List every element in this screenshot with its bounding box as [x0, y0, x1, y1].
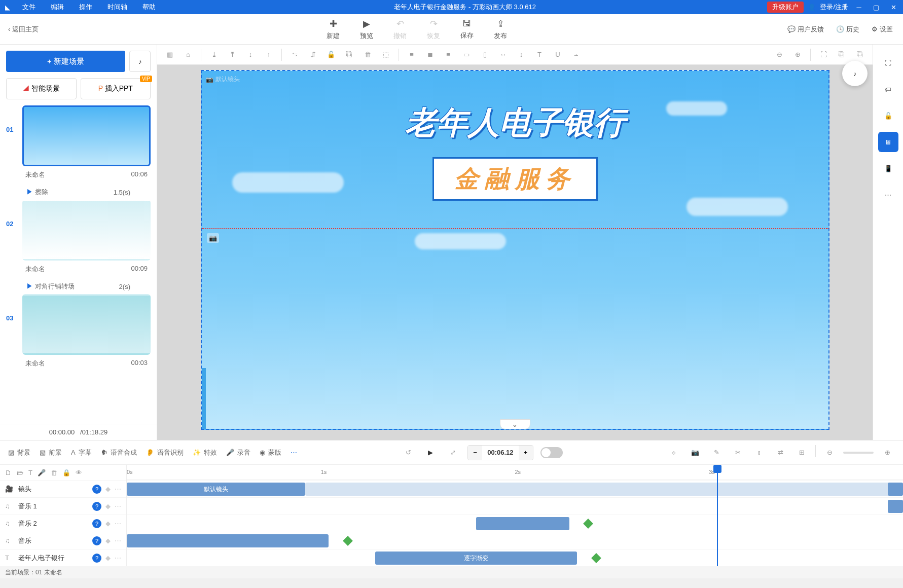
time-plus[interactable]: + — [519, 446, 533, 460]
track-music1[interactable] — [127, 497, 903, 514]
link-feedback[interactable]: 💬 用户反馈 — [787, 25, 824, 34]
add-track-icon[interactable]: 🗋 — [5, 469, 12, 476]
text-align-icon[interactable]: T — [532, 47, 547, 62]
track-text[interactable]: 逐字渐变 — [127, 549, 903, 566]
bg-button[interactable]: ▨ 背景 — [8, 448, 30, 457]
align-left-icon[interactable]: ≡ — [404, 47, 419, 62]
scene-thumbnail[interactable] — [22, 294, 151, 355]
align-top-icon[interactable]: ⤒ — [225, 47, 240, 62]
import-ppt-button[interactable]: P 插入PPTVIP — [81, 78, 151, 99]
menu-edit[interactable]: 编辑 — [44, 0, 71, 14]
copy-icon[interactable]: ⿻ — [342, 47, 357, 62]
zoom-in-icon[interactable]: ⊕ — [790, 47, 805, 62]
scene-thumbnail[interactable] — [22, 200, 151, 261]
paste-page-icon[interactable]: ⿻ — [852, 47, 868, 62]
float-music-button[interactable]: ♪ — [842, 61, 868, 86]
more-dots[interactable]: ⋯ — [115, 485, 121, 493]
asr-button[interactable]: 👂 语音识别 — [146, 448, 184, 457]
scene-item[interactable]: 01未命名00:06 — [6, 105, 151, 181]
track-header[interactable]: ♫音乐 1?◆⋯ — [0, 497, 126, 514]
more-icon[interactable]: ⋯ — [878, 185, 898, 205]
keyframe-dot[interactable]: ◆ — [105, 502, 111, 510]
minimize-button[interactable]: ─ — [852, 1, 865, 14]
align-bottom-icon[interactable]: ⤓ — [206, 47, 222, 62]
transition-item[interactable]: ▶ 对角行铺转场2(s) — [6, 279, 151, 294]
canvas-title-2-box[interactable]: 金融服务 — [432, 157, 598, 201]
play-icon[interactable]: ▶ — [423, 445, 438, 460]
track-header[interactable]: ♫音乐?◆⋯ — [0, 532, 126, 549]
more-dots[interactable]: ⋯ — [115, 502, 121, 510]
mobile-view-icon[interactable]: 📱 — [878, 158, 898, 178]
scene-item[interactable]: 03未命名00:03 — [6, 294, 151, 370]
more-button[interactable]: ⋯ — [291, 449, 297, 456]
folder-icon[interactable]: 🗁 — [17, 469, 23, 476]
fit-icon[interactable]: ⛶ — [816, 47, 831, 62]
canvas-title-1[interactable]: 老年人电子银行 — [405, 101, 625, 144]
track-header[interactable]: 🎥镜头?◆⋯ — [0, 480, 126, 497]
link-settings[interactable]: ⚙ 设置 — [872, 25, 893, 34]
canvas[interactable]: 📷 默认镜头 老年人电子银行 金融服务 📷 — [201, 70, 829, 430]
cut-icon[interactable]: ✂ — [730, 445, 745, 460]
tag-icon[interactable]: 🏷 — [878, 79, 898, 99]
action-publish[interactable]: ⇪发布 — [494, 18, 507, 41]
smart-scene-button[interactable]: ◢ 智能场景 — [6, 78, 77, 99]
copy-page-icon[interactable]: ⿻ — [834, 47, 849, 62]
more-dots[interactable]: ⋯ — [115, 520, 121, 527]
collapse-canvas-button[interactable]: ⌄ — [500, 419, 530, 429]
scene-item[interactable]: 02未命名00:09 — [6, 200, 151, 276]
keyframe-dot[interactable]: ◆ — [105, 554, 111, 562]
menu-action[interactable]: 操作 — [72, 0, 99, 14]
back-to-home[interactable]: ‹ 返回主页 — [0, 25, 47, 34]
action-plus[interactable]: ✚新建 — [327, 18, 340, 41]
focus-mode-icon[interactable]: ⛶ — [878, 53, 898, 73]
crop-icon[interactable]: ⬚ — [378, 47, 393, 62]
trash-track-icon[interactable]: 🗑 — [51, 469, 57, 476]
music-button[interactable]: ♪ — [129, 51, 151, 72]
desktop-view-icon[interactable]: 🖥 — [878, 132, 898, 152]
rewind-icon[interactable]: ↺ — [401, 445, 416, 460]
track-header[interactable]: T老年人电子银行?◆⋯ — [0, 549, 126, 566]
more-dots[interactable]: ⋯ — [115, 554, 121, 562]
zoom-in-tl-icon[interactable]: ⊕ — [880, 445, 895, 460]
keyframe-dot[interactable]: ◆ — [105, 537, 111, 544]
menu-file[interactable]: 文件 — [15, 0, 43, 14]
dist-v-icon[interactable]: ▯ — [477, 47, 492, 62]
time-minus[interactable]: − — [468, 446, 482, 460]
keyframe-dot[interactable]: ◆ — [105, 485, 111, 493]
eye-track-icon[interactable]: 👁 — [76, 469, 82, 476]
close-button[interactable]: ✕ — [887, 1, 900, 14]
more-dots[interactable]: ⋯ — [115, 537, 121, 544]
align-up-icon[interactable]: ↑ — [261, 47, 276, 62]
transition-item[interactable]: ▶ 擦除1.5(s) — [6, 185, 151, 200]
new-scene-button[interactable]: + 新建场景 — [6, 51, 125, 72]
menu-help[interactable]: 帮助 — [135, 0, 163, 14]
fg-button[interactable]: ▧ 前景 — [40, 448, 62, 457]
zoom-out-tl-icon[interactable]: ⊖ — [822, 445, 837, 460]
zoom-out-icon[interactable]: ⊖ — [772, 47, 787, 62]
help-icon[interactable]: ? — [92, 519, 101, 528]
action-save[interactable]: 🖫保存 — [460, 18, 474, 41]
upgrade-button[interactable]: 升级账户 — [767, 2, 804, 13]
lock-track-icon[interactable]: 🔒 — [62, 469, 70, 476]
fx-button[interactable]: ✨ 特效 — [193, 448, 217, 457]
link-icon[interactable]: ⇄ — [773, 445, 788, 460]
menu-timeline[interactable]: 时间轴 — [100, 0, 134, 14]
track-header[interactable]: ♫音乐 2?◆⋯ — [0, 514, 126, 532]
delete-icon[interactable]: 🗑 — [360, 47, 375, 62]
snapshot-icon[interactable]: 📷 — [688, 445, 703, 460]
action-play[interactable]: ▶预览 — [360, 18, 373, 41]
fullscreen-icon[interactable]: ⤢ — [445, 445, 460, 460]
spacing-v-icon[interactable]: ↕ — [514, 47, 529, 62]
tts-button[interactable]: 🗣 语音合成 — [101, 448, 137, 457]
align-vcenter-icon[interactable]: ↕ — [243, 47, 258, 62]
help-icon[interactable]: ? — [92, 536, 101, 545]
track-music[interactable] — [127, 532, 903, 549]
filter-icon[interactable]: ⫾ — [751, 445, 767, 460]
lock-icon[interactable]: 🔓 — [323, 47, 339, 62]
edit-icon[interactable]: ✎ — [709, 445, 724, 460]
align-right-icon[interactable]: ≡ — [441, 47, 456, 62]
baseline-icon[interactable]: ⫠ — [568, 47, 584, 62]
unlock-icon[interactable]: 🔓 — [878, 105, 898, 126]
record-button[interactable]: 🎤 录音 — [226, 448, 250, 457]
keyframe-dot[interactable]: ◆ — [105, 520, 111, 527]
